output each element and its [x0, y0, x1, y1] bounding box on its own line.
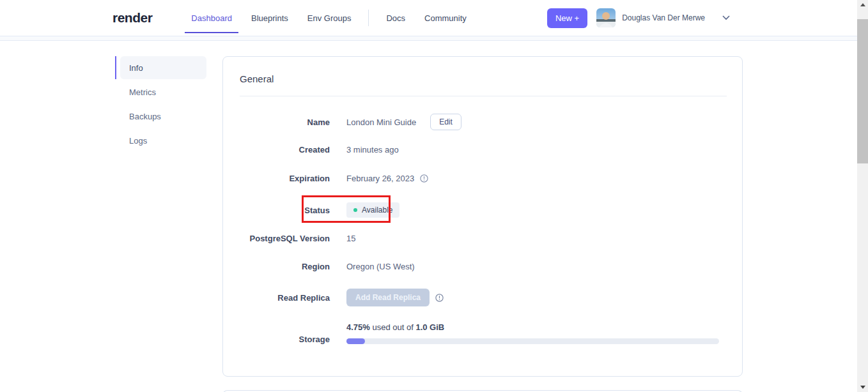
sidebar-item-backups[interactable]: Backups: [120, 105, 206, 128]
read-replica-label: Read Replica: [223, 293, 330, 303]
storage-middle-text: used out of: [370, 322, 416, 332]
sidebar-item-info[interactable]: Info: [120, 56, 206, 79]
name-row: Name London Mini Guide Edit: [223, 114, 727, 130]
sidebar-active-indicator: [115, 56, 116, 79]
read-replica-info-icon[interactable]: [435, 294, 444, 302]
expiration-value: February 26, 2023: [346, 174, 414, 183]
nav-divider: [368, 10, 369, 26]
expiration-row: Expiration February 26, 2023: [223, 174, 727, 183]
scrollbar-up-arrow[interactable]: [857, 0, 868, 10]
status-badge: Available: [346, 202, 399, 218]
postgresql-version-row: PostgreSQL Version 15: [223, 234, 727, 243]
user-avatar[interactable]: [596, 8, 616, 27]
avatar-photo: [596, 8, 616, 27]
scrollbar-thumb[interactable]: [857, 19, 868, 163]
created-value: 3 minutes ago: [346, 145, 399, 155]
user-menu-name[interactable]: Douglas Van Der Merwe: [622, 13, 705, 22]
status-row: Status Available: [223, 202, 727, 218]
new-button[interactable]: New +: [547, 8, 587, 28]
postgresql-version-label: PostgreSQL Version: [223, 234, 330, 243]
storage-progress-track: [346, 338, 719, 344]
status-label: Status: [223, 206, 330, 215]
created-row: Created 3 minutes ago: [223, 145, 727, 155]
storage-label: Storage: [223, 335, 330, 344]
expiration-label: Expiration: [223, 174, 330, 183]
main-nav: Dashboard Blueprints Env Groups Docs Com…: [182, 0, 476, 36]
chevron-down-icon[interactable]: [722, 15, 731, 21]
card-title: General: [240, 73, 274, 84]
storage-total: 1.0 GiB: [415, 322, 444, 332]
status-badge-text: Available: [362, 206, 392, 215]
region-value: Oregon (US West): [346, 262, 415, 271]
expiration-info-icon[interactable]: [420, 174, 428, 183]
header-right: New + Douglas Van Der Merwe: [547, 0, 731, 36]
status-dot-icon: [353, 208, 357, 212]
edit-name-button[interactable]: Edit: [430, 114, 461, 130]
scrollbar-down-arrow[interactable]: [857, 382, 868, 392]
nav-item-docs[interactable]: Docs: [376, 0, 415, 36]
general-card: General Name London Mini Guide Edit Crea…: [222, 56, 743, 377]
name-label: Name: [223, 117, 330, 127]
nav-item-blueprints[interactable]: Blueprints: [242, 0, 298, 36]
storage-body: 4.75% used out of 1.0 GiB: [346, 322, 727, 344]
header-bottom-strip: [0, 36, 857, 41]
sidebar-item-logs[interactable]: Logs: [120, 129, 206, 152]
read-replica-value-wrap: Add Read Replica: [346, 289, 444, 306]
region-label: Region: [223, 262, 330, 271]
region-row: Region Oregon (US West): [223, 262, 727, 271]
sidebar: Info Metrics Backups Logs: [115, 56, 206, 153]
read-replica-row: Read Replica Add Read Replica: [223, 289, 727, 306]
created-label: Created: [223, 145, 330, 155]
nav-item-dashboard[interactable]: Dashboard: [182, 0, 242, 36]
nav-item-env-groups[interactable]: Env Groups: [298, 0, 361, 36]
render-logo[interactable]: render: [112, 10, 152, 26]
add-read-replica-button[interactable]: Add Read Replica: [346, 289, 430, 306]
sidebar-item-metrics[interactable]: Metrics: [120, 80, 206, 103]
storage-progress-fill: [346, 338, 365, 344]
name-value: London Mini Guide: [346, 117, 416, 127]
card-title-divider: [240, 96, 727, 96]
page: render Dashboard Blueprints Env Groups D…: [0, 0, 868, 392]
storage-usage-text: 4.75% used out of 1.0 GiB: [346, 322, 727, 332]
nav-item-community[interactable]: Community: [415, 0, 476, 36]
status-value-wrap: Available: [346, 202, 399, 218]
postgresql-version-value: 15: [346, 234, 355, 243]
storage-used-pct: 4.75%: [346, 322, 370, 332]
top-navbar: render Dashboard Blueprints Env Groups D…: [0, 0, 857, 36]
vertical-scrollbar[interactable]: [857, 0, 868, 392]
storage-row: Storage 4.75% used out of 1.0 GiB: [223, 322, 727, 344]
